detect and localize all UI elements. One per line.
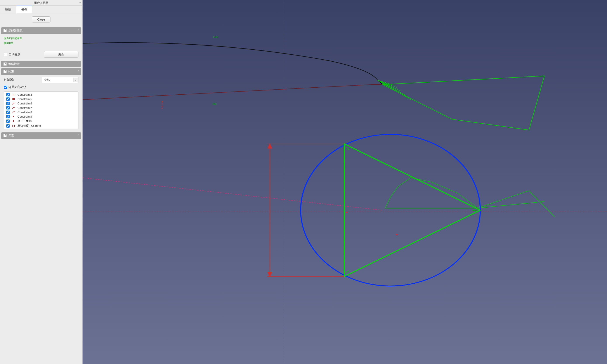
tab-tasks[interactable]: 任务 <box>16 6 32 13</box>
close-row: Close <box>0 13 82 26</box>
constraint-checkbox[interactable] <box>6 124 10 128</box>
section-solver-header[interactable]: 求解器信息 ˄ <box>1 27 81 34</box>
constraint-checkbox[interactable] <box>6 97 10 101</box>
panel-tabs: 模型 任务 <box>0 6 82 13</box>
section-constraints-body: 过滤器: 全部 ▾ 隐藏内部对齐 Constraint4Constraint5C… <box>1 75 81 131</box>
section-solver: 求解器信息 ˄ 完全约束的草图 解算0秒 自动更新 更新 <box>1 27 81 60</box>
svg-point-4 <box>13 116 14 117</box>
section-constraints-title: 约束 <box>8 69 14 73</box>
3d-viewport[interactable]: ⬥ = 7.5 mm (13) (13) x z y <box>83 0 607 364</box>
constraint-tangent-icon <box>12 102 15 105</box>
constraint-tangent-icon <box>12 106 15 109</box>
constraint-point-icon <box>12 115 15 118</box>
constraint-checkbox[interactable] <box>6 119 10 123</box>
section-elements: 元素 ˄ <box>1 132 81 139</box>
solver-status-2: 解算0秒 <box>4 41 78 46</box>
constraint-list[interactable]: Constraint4Constraint5Constraint6Constra… <box>4 91 78 129</box>
constraint-tangent-icon <box>12 110 15 114</box>
constraint-label: Constraint6 <box>17 102 32 105</box>
tab-model[interactable]: 模型 <box>0 6 16 13</box>
constraint-item[interactable]: Constraint7 <box>4 105 78 110</box>
section-elements-title: 元素 <box>8 134 14 138</box>
update-button[interactable]: 更新 <box>44 51 78 58</box>
panel-body: Close 求解器信息 ˄ 完全约束的草图 解算0秒 自动更新 更新 <box>0 13 82 364</box>
constraint-label: Constraint8 <box>17 111 32 114</box>
constraint-label: Constraint9 <box>17 115 32 118</box>
filter-label: 过滤器: <box>4 78 14 82</box>
svg-line-19 <box>529 191 555 217</box>
constraint-label: Constraint7 <box>17 106 32 109</box>
solver-status-1: 完全约束的草图 <box>4 36 78 41</box>
close-button[interactable]: Close <box>32 16 51 23</box>
constraint-checkbox[interactable] <box>6 115 10 118</box>
svg-text:⬥: ⬥ <box>345 209 348 214</box>
constraint-item[interactable]: Constraint8 <box>4 110 78 114</box>
constraint-item[interactable]: Constraint4 <box>4 92 78 97</box>
constraint-item[interactable]: Constraint9 <box>4 114 78 119</box>
constraint-label: 单边长度 (7.5 mm) <box>17 124 41 128</box>
constraint-item[interactable]: Constraint6 <box>4 101 78 105</box>
section-edit-controls: 编辑控件 ˅ <box>1 61 81 67</box>
svg-line-12 <box>378 80 406 95</box>
constraint-item[interactable]: 单边长度 (7.5 mm) <box>4 123 78 128</box>
document-icon <box>3 134 7 137</box>
constraint-equal-icon <box>12 97 15 101</box>
section-solver-title: 求解器信息 <box>8 29 23 33</box>
undock-icon[interactable]: ⧉ <box>79 1 81 4</box>
constraint-label: Constraint5 <box>17 97 32 101</box>
filter-combo[interactable]: 全部 ▾ <box>42 77 78 83</box>
section-edit-controls-header[interactable]: 编辑控件 ˅ <box>1 61 81 67</box>
constraint-checkbox[interactable] <box>6 93 10 96</box>
sketch-canvas: ⬥ = <box>83 0 607 364</box>
constraint-item[interactable]: 摆正三角形 <box>4 119 78 123</box>
combo-view-panel: 组合浏览器 ⧉ 模型 任务 Close 求解器信息 ˄ 完全约束的草图 解算0秒 <box>0 0 83 364</box>
auto-update-checkbox[interactable]: 自动更新 <box>4 52 21 56</box>
svg-point-20 <box>301 134 480 286</box>
constraint-checkbox[interactable] <box>6 102 10 105</box>
hide-internal-label: 隐藏内部对齐 <box>9 85 27 89</box>
annotation-13-center: (13) <box>212 103 217 105</box>
section-edit-controls-title: 编辑控件 <box>8 62 20 66</box>
chevron-up-icon: ˄ <box>77 70 79 73</box>
panel-title-bar: 组合浏览器 ⧉ <box>0 0 82 6</box>
constraint-checkbox[interactable] <box>6 111 10 114</box>
constraint-label: 摆正三角形 <box>17 119 32 123</box>
filter-value: 全部 <box>44 78 50 81</box>
auto-update-label: 自动更新 <box>9 52 21 56</box>
constraint-item[interactable]: Constraint5 <box>4 97 78 101</box>
document-icon <box>3 29 7 32</box>
constraint-checkbox[interactable] <box>6 106 10 109</box>
svg-line-16 <box>83 178 383 210</box>
annotation-13-top: (13) <box>213 36 219 39</box>
section-elements-header[interactable]: 元素 ˄ <box>1 132 81 139</box>
section-constraints-header[interactable]: 约束 ˄ <box>1 68 81 75</box>
svg-line-13 <box>378 80 401 91</box>
hide-internal-checkbox[interactable]: 隐藏内部对齐 <box>4 85 78 89</box>
document-icon <box>3 63 7 65</box>
filter-row: 过滤器: 全部 ▾ <box>4 77 78 83</box>
panel-title: 组合浏览器 <box>34 1 48 5</box>
constraint-label: Constraint4 <box>17 93 32 96</box>
constraint-distance-icon <box>12 124 15 128</box>
chevron-up-icon: ˄ <box>77 134 79 137</box>
chevron-up-icon: ˄ <box>77 29 79 32</box>
constraint-vertical-icon <box>12 119 15 123</box>
chevron-down-icon: ▾ <box>73 78 78 82</box>
tabs-spacer <box>32 6 82 13</box>
section-constraints: 约束 ˄ 过滤器: 全部 ▾ 隐藏内部对齐 Constraint4C <box>1 68 81 131</box>
dimension-label: 7.5 mm <box>161 101 163 109</box>
svg-text:=: = <box>396 233 398 237</box>
constraint-equal-icon <box>12 93 15 96</box>
document-icon <box>3 70 7 73</box>
chevron-down-icon: ˅ <box>77 63 79 65</box>
section-solver-body: 完全约束的草图 解算0秒 自动更新 更新 <box>1 34 81 60</box>
